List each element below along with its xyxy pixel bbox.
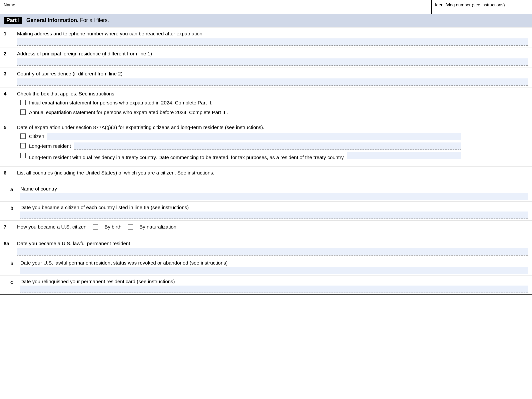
row-2-label: Address of principal foreign residence (…	[17, 50, 528, 66]
row-2: 2 Address of principal foreign residence…	[0, 47, 532, 67]
row-1: 1 Mailing address and telephone number w…	[0, 27, 532, 47]
row-8a-number: 8a	[4, 240, 17, 246]
row-4-label: Check the box that applies. See instruct…	[17, 90, 116, 97]
row-8c-letter: c	[10, 279, 20, 285]
row-4-option-2-label: Annual expatriation statement for person…	[29, 109, 228, 116]
row-8b-label: Date your U.S. lawful permanent resident…	[20, 260, 528, 274]
by-birth-group: By birth	[93, 223, 121, 230]
row-8a-input[interactable]	[17, 248, 528, 256]
by-birth-checkbox[interactable]	[93, 224, 98, 230]
header-row: Name Identifying number (see instruction…	[0, 0, 532, 14]
row-5-checkbox-dual[interactable]	[20, 153, 26, 158]
row-5-citizen-input[interactable]	[47, 133, 461, 140]
row-6a-letter: a	[10, 186, 20, 192]
row-8c: c Date you relinquished your permanent r…	[0, 276, 532, 294]
row-1-label: Mailing address and telephone number whe…	[17, 30, 528, 46]
row-5: 5 Date of expatriation under section 877…	[0, 121, 532, 166]
row-7-number: 7	[4, 223, 17, 230]
row-4: 4 Check the box that applies. See instru…	[0, 87, 532, 121]
row-3-input[interactable]	[17, 78, 528, 86]
row-7: 7 How you became a U.S. citizen By birth…	[0, 221, 532, 237]
row-8b: b Date your U.S. lawful permanent reside…	[0, 257, 532, 276]
row-5-checkbox-citizen[interactable]	[20, 133, 26, 139]
name-label: Name	[4, 2, 15, 7]
part1-title-rest: For all filers.	[80, 17, 109, 23]
row-4-option-1: Initial expatriation statement for perso…	[20, 99, 228, 107]
row-5-dual: Long-term resident with dual residency i…	[20, 152, 461, 161]
row-2-input[interactable]	[17, 58, 528, 66]
row-8b-input[interactable]	[20, 267, 528, 274]
row-5-number: 5	[4, 124, 17, 130]
row-5-citizen: Citizen	[20, 133, 461, 140]
part1-header: Part I General Information. For all file…	[0, 14, 532, 27]
id-field-header: Identifying number (see instructions)	[432, 0, 532, 14]
form-container: Name Identifying number (see instruction…	[0, 0, 532, 295]
row-6b-letter: b	[10, 205, 20, 211]
row-4-option-2: Annual expatriation statement for person…	[20, 109, 228, 116]
row-8b-letter: b	[10, 260, 20, 266]
part1-title-bold: General Information.	[26, 17, 78, 23]
row-5-checkbox-longterm[interactable]	[20, 143, 26, 148]
row-5-longterm: Long-term resident	[20, 142, 461, 150]
name-field-header: Name	[0, 0, 432, 14]
part1-label: Part I	[4, 17, 22, 24]
row-8a: 8a Date you became a U.S. lawful permane…	[0, 237, 532, 257]
by-naturalization-group: By naturalization	[128, 223, 176, 230]
row-5-citizen-row: Citizen	[29, 133, 461, 140]
row-4-checkbox-2[interactable]	[20, 109, 26, 115]
row-6a: a Name of country	[0, 183, 532, 202]
row-1-input[interactable]	[17, 38, 528, 46]
row-5-dual-text: Long-term resident with dual residency i…	[29, 152, 461, 161]
row-7-label: How you became a U.S. citizen By birth B…	[17, 223, 528, 230]
row-5-dual-input[interactable]	[347, 152, 461, 159]
row-8a-label: Date you became a U.S. lawful permanent …	[17, 240, 528, 256]
row-6-label: List all countries (including the United…	[17, 169, 528, 176]
row-3: 3 Country of tax residence (if different…	[0, 67, 532, 87]
row-5-checkboxes: Citizen Long-term resident Long-term res…	[4, 131, 461, 165]
row-5-label: Date of expatriation under section 877A(…	[17, 124, 264, 131]
row-6a-label: Name of country	[20, 186, 528, 200]
row-4-number: 4	[4, 90, 17, 96]
row-5-longterm-row: Long-term resident	[29, 142, 461, 150]
row-2-number: 2	[4, 50, 17, 56]
id-label: Identifying number (see instructions)	[435, 2, 505, 7]
row-6b: b Date you became a citizen of each coun…	[0, 202, 532, 221]
row-3-label: Country of tax residence (if different f…	[17, 70, 528, 86]
part1-title: General Information. For all filers.	[26, 17, 109, 23]
by-birth-label: By birth	[104, 223, 121, 230]
row-4-option-1-label: Initial expatriation statement for perso…	[29, 99, 212, 107]
row-5-longterm-label: Long-term resident	[29, 142, 71, 150]
row-5-citizen-label: Citizen	[29, 133, 44, 140]
row-4-checkbox-1[interactable]	[20, 100, 26, 105]
row-8c-label: Date you relinquished your permanent res…	[20, 279, 528, 293]
row-3-number: 3	[4, 70, 17, 76]
by-naturalization-label: By naturalization	[139, 223, 176, 230]
row-6a-input[interactable]	[20, 193, 528, 200]
row-6: 6 List all countries (including the Unit…	[0, 166, 532, 183]
row-5-longterm-input[interactable]	[74, 142, 461, 150]
row-6b-input[interactable]	[20, 212, 528, 219]
by-naturalization-checkbox[interactable]	[128, 224, 133, 230]
row-8c-input[interactable]	[20, 286, 528, 293]
row-4-checkboxes: Initial expatriation statement for perso…	[4, 97, 228, 119]
row-1-number: 1	[4, 30, 17, 36]
row-6b-label: Date you became a citizen of each countr…	[20, 205, 528, 219]
row-6-number: 6	[4, 169, 17, 175]
